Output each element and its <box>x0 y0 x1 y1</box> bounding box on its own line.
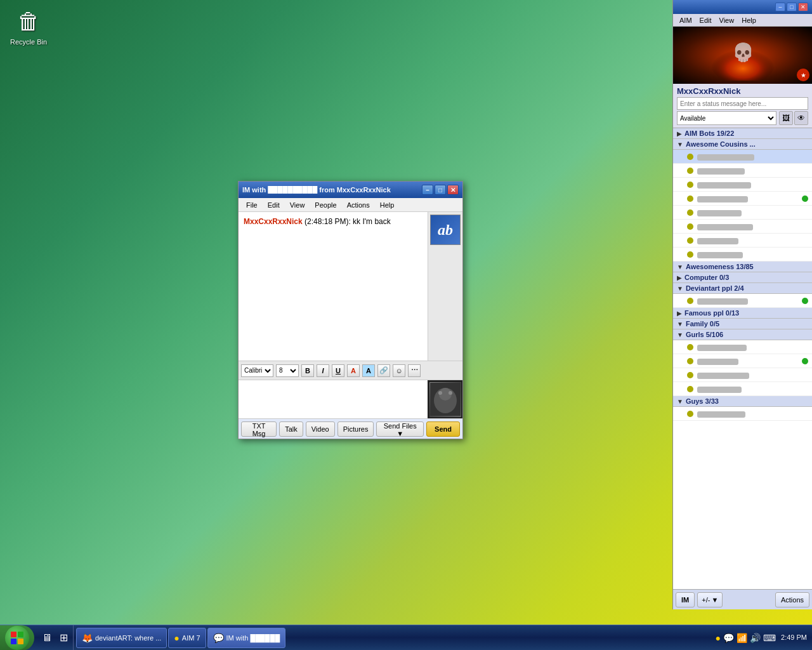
aim-group-arrow-gurls: ▼ <box>677 331 683 338</box>
aim-group-header-computer[interactable]: ▶ Computer 0/3 <box>673 272 812 283</box>
im-minimize-button[interactable]: – <box>422 185 433 195</box>
aim-group-arrow-guys: ▼ <box>677 398 683 405</box>
taskbar-deviantart-icon: 🦊 <box>82 633 93 643</box>
aim-buddy-item-gurls-2[interactable] <box>673 354 812 368</box>
taskbar-item-im[interactable]: 💬 IM with ██████ <box>207 628 286 648</box>
aim-buddy-icon-1 <box>686 152 695 161</box>
start-button[interactable] <box>0 625 34 651</box>
tray-aim2-icon[interactable]: 💬 <box>723 633 734 643</box>
aim-group-header-awesomeness[interactable]: ▼ Awesomeness 13/85 <box>673 262 812 272</box>
im-underline-button[interactable]: U <box>332 364 344 377</box>
tray-network-icon[interactable]: 📶 <box>737 633 747 643</box>
aim-buddy-name-bar-gurls-4 <box>697 387 742 393</box>
aim-status-icon-btn-2[interactable]: 👁 <box>794 111 808 125</box>
tray-volume-icon[interactable]: 🔊 <box>750 633 761 643</box>
tray-keyboard-icon[interactable]: ⌨ <box>763 633 776 643</box>
im-talk-button[interactable]: Talk <box>279 421 303 437</box>
aim-buddy-item-4[interactable] <box>673 192 812 206</box>
aim-add-dropdown-button[interactable]: +/- ▼ <box>697 592 723 607</box>
im-video-button[interactable]: Video <box>306 421 335 437</box>
aim-buddy-icon-4 <box>686 194 695 203</box>
im-menu-edit[interactable]: Edit <box>263 200 285 210</box>
aim-im-button[interactable]: IM <box>676 592 695 607</box>
im-sendfiles-button[interactable]: Send Files ▼ <box>376 421 424 437</box>
aim-actions-button[interactable]: Actions <box>775 592 809 607</box>
im-italic-button[interactable]: I <box>317 364 329 377</box>
aim-buddy-status-dot-dev-1 <box>802 298 808 304</box>
aim-menu-view[interactable]: View <box>716 16 738 25</box>
im-menu-help[interactable]: Help <box>375 200 400 210</box>
aim-buddy-item-8[interactable] <box>673 248 812 262</box>
im-menu-view[interactable]: View <box>285 200 310 210</box>
recycle-bin-icon[interactable]: 🗑 Recycle Bin <box>6 6 51 46</box>
im-font-select[interactable]: Calibri <box>241 364 273 377</box>
aim-buddy-item-6[interactable] <box>673 220 812 234</box>
im-menu-people[interactable]: People <box>310 200 341 210</box>
im-menu-file[interactable]: File <box>241 200 263 210</box>
aim-buddy-icon-gurls-4 <box>686 385 695 394</box>
aim-buddy-icon-dev-1 <box>686 296 695 305</box>
aim-group-header-famous[interactable]: ▶ Famous ppl 0/13 <box>673 308 812 319</box>
aim-buddy-name-guys-1 <box>697 409 808 417</box>
im-avatar-box: ab <box>430 215 461 245</box>
im-bold-button[interactable]: B <box>301 364 314 377</box>
aim-buddy-icon-gurls-3 <box>686 371 695 380</box>
aim-buddy-item-1[interactable] <box>673 150 812 164</box>
aim-buddy-item-gurls-4[interactable] <box>673 382 812 396</box>
im-buddy-pic-graphic <box>430 383 461 416</box>
aim-buddy-name-8 <box>697 250 808 258</box>
quick-launch-switcher[interactable]: ⊞ <box>57 628 70 648</box>
im-highlight-color-button[interactable]: A <box>362 364 375 377</box>
im-text-input[interactable] <box>239 380 428 418</box>
taskbar-aim-label: AIM 7 <box>182 634 200 642</box>
aim-buddy-name-bar-7 <box>697 238 738 244</box>
aim-group-header-gurls[interactable]: ▼ Gurls 5/106 <box>673 329 812 340</box>
aim-header-graphic: 💀 <box>705 30 781 81</box>
im-menu-actions[interactable]: Actions <box>342 200 375 210</box>
im-emoji-button[interactable]: ☺ <box>393 364 405 377</box>
aim-buddy-item-2[interactable] <box>673 164 812 178</box>
taskbar-item-deviantart[interactable]: 🦊 deviantART: where ... <box>76 628 167 648</box>
aim-buddy-status-dot-gurls-2 <box>802 358 808 364</box>
aim-group-arrow-family: ▼ <box>677 321 683 328</box>
aim-buddy-item-5[interactable] <box>673 206 812 220</box>
tray-aim-icon[interactable]: ● <box>716 633 721 643</box>
aim-group-header-deviantart[interactable]: ▼ Deviantart ppl 2/4 <box>673 283 812 294</box>
aim-buddy-item-gurls-3[interactable] <box>673 368 812 382</box>
aim-group-label-guys: Guys 3/33 <box>686 397 808 405</box>
aim-maximize-button[interactable]: □ <box>787 3 797 11</box>
aim-add-label: +/- <box>702 596 710 604</box>
im-link-button[interactable]: 🔗 <box>377 364 390 377</box>
aim-buddy-name-bar-guys-1 <box>697 411 745 418</box>
aim-buddy-item-gurls-1[interactable] <box>673 340 812 354</box>
aim-status-icon-btn-1[interactable]: 🖼 <box>779 111 793 125</box>
aim-buddy-name-gurls-1 <box>697 343 808 350</box>
aim-buddy-item-3[interactable] <box>673 178 812 192</box>
im-more-button[interactable]: ⋯ <box>408 364 421 377</box>
aim-status-input[interactable] <box>677 97 808 110</box>
aim-group-header-family[interactable]: ▼ Family 0/5 <box>673 319 812 329</box>
im-size-select[interactable]: 8 <box>276 364 299 377</box>
aim-close-button[interactable]: ✕ <box>798 3 808 11</box>
aim-menu-aim[interactable]: AIM <box>676 16 696 25</box>
aim-status-select[interactable]: Available Away Busy <box>677 111 776 125</box>
aim-group-header-awesome-cousins[interactable]: ▼ Awesome Cousins ... <box>673 139 812 150</box>
aim-header-overlay: ★ <box>797 69 809 81</box>
svg-point-5 <box>438 391 442 395</box>
aim-group-header-guys[interactable]: ▼ Guys 3/33 <box>673 396 812 407</box>
aim-group-header-aim-bots[interactable]: ▶ AIM Bots 19/22 <box>673 128 812 139</box>
im-pictures-button[interactable]: Pictures <box>337 421 374 437</box>
aim-buddy-item-guys-1[interactable] <box>673 407 812 421</box>
aim-minimize-button[interactable]: – <box>775 3 785 11</box>
im-maximize-button[interactable]: □ <box>435 185 446 195</box>
im-close-button[interactable]: ✕ <box>447 185 459 195</box>
aim-menu-help[interactable]: Help <box>738 16 760 25</box>
aim-buddy-item-dev-1[interactable] <box>673 294 812 308</box>
quick-launch-show-desktop[interactable]: 🖥 <box>39 628 55 648</box>
aim-menu-edit[interactable]: Edit <box>696 16 716 25</box>
im-font-color-button[interactable]: A <box>347 364 360 377</box>
taskbar-item-aim[interactable]: ● AIM 7 <box>168 628 206 648</box>
im-send-button[interactable]: Send <box>426 421 460 437</box>
im-txtmsg-button[interactable]: TXT Msg <box>241 421 277 437</box>
aim-buddy-item-7[interactable] <box>673 234 812 248</box>
